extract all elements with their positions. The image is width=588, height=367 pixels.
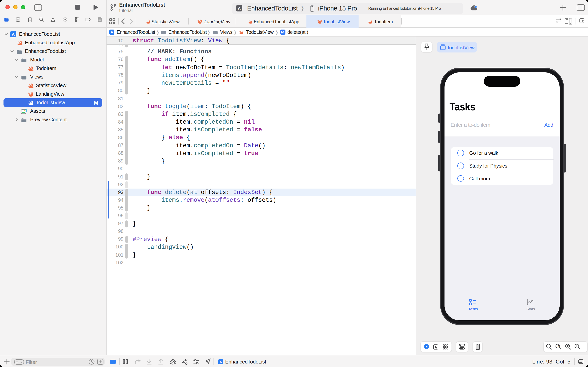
svg-text:A: A (12, 32, 15, 37)
svg-text:1: 1 (558, 344, 560, 348)
svg-text:A: A (219, 360, 222, 364)
svg-text:A: A (110, 30, 113, 34)
svg-text:A: A (238, 6, 241, 11)
